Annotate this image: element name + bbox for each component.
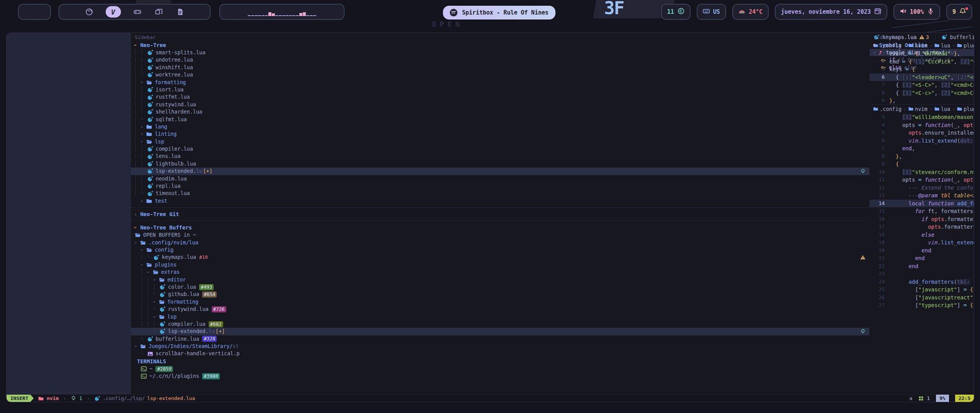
breadcrumb-separator: › xyxy=(929,105,933,113)
module-clock[interactable]: jueves, noviembre 16, 2023 xyxy=(775,4,887,20)
tree-item-config[interactable]: ›config xyxy=(131,246,869,254)
breadcrumb: .config›nvim›lua›plugins›extras›formatti… xyxy=(869,105,974,113)
tree-item-label: test xyxy=(155,197,167,205)
tree-item-lsp-extended.[interactable]: │ │ lsp-extended.lu[+] xyxy=(131,167,869,175)
line-number: 26 xyxy=(869,294,889,302)
clock-label: jueves, noviembre 16, 2023 xyxy=(781,8,871,15)
tree-item-bufferline.lua[interactable]: └ bufferline.lua#328 xyxy=(131,335,869,343)
statusline-badge: 9% xyxy=(936,395,949,402)
section-TERMINALS[interactable]: TERMINALS xyxy=(131,358,869,365)
breadcrumb-item[interactable]: plugins xyxy=(957,105,974,113)
spotify-icon xyxy=(450,9,457,16)
tree-item-compiler.lua[interactable]: │ │ │ compiler.lua#682 xyxy=(131,320,869,328)
tree-item-color.lua[interactable]: │ │ │ color.lua#493 xyxy=(131,283,869,291)
section-Neo-Tree Git[interactable]: ›Neo-Tree Git xyxy=(131,210,869,218)
tree-item-formatting[interactable]: │ ›formatting xyxy=(131,79,869,86)
tree-item-lang[interactable]: │ ›lang xyxy=(131,123,869,130)
tree-item-.config/nvim/lua[interactable]: ›.config/nvim/lua xyxy=(131,239,869,246)
tree-item-neodim.lua[interactable]: │ │ neodim.lua xyxy=(131,175,869,182)
cwd-indicator[interactable]: nvim xyxy=(38,395,59,401)
workspace-vim[interactable]: V xyxy=(106,6,121,18)
tree-item-compiler.lua[interactable]: │ │ compiler.lua xyxy=(131,145,869,153)
folder-open-icon xyxy=(159,277,165,283)
line-number: 16 xyxy=(869,215,889,223)
statusline-item: a xyxy=(909,395,912,401)
lua-icon xyxy=(160,328,166,334)
breadcrumb-item[interactable]: lua xyxy=(934,105,950,113)
tree-item-extras[interactable]: │ ›extras xyxy=(131,268,869,276)
section-Neo-Tree[interactable]: ›Neo-Tree xyxy=(131,41,869,49)
workspace-document[interactable] xyxy=(175,7,185,17)
current-file[interactable]: .config/…/lsp/lsp-extended.lua xyxy=(95,395,195,401)
breadcrumb-separator: › xyxy=(952,41,956,50)
firefox-icon xyxy=(85,8,93,16)
breadcrumb-item[interactable]: .config xyxy=(873,105,902,113)
tree-item-smart-splits.lua[interactable]: │ │ smart-splits.lua xyxy=(131,49,869,56)
visualizer-bars xyxy=(248,8,316,16)
code-line: 12 --- Extend the conform plugin config … xyxy=(869,184,974,192)
tree-item-isort.lua[interactable]: │ │ isort.lua xyxy=(131,86,869,93)
tree-item-~[interactable]: ~#2859 xyxy=(131,365,869,372)
tree-item-lsp-extended.[interactable]: │ │ └ lsp-extended.lu[+] xyxy=(131,328,869,335)
tree-item-formatting[interactable]: │ │ ›formatting xyxy=(131,298,869,306)
tree-item-label: lsp xyxy=(167,313,176,320)
tree-item-test[interactable]: ›test xyxy=(131,197,869,205)
music-player-pill[interactable]: Spiritbox - Rule Of Nines xyxy=(443,6,555,20)
tree-item-linting[interactable]: │ ›linting xyxy=(131,130,869,138)
breadcrumb-item[interactable]: nvim xyxy=(908,105,928,113)
tree-item-~/.c/n/l/plugins[interactable]: ~/.c/n/l/plugins#3980 xyxy=(131,372,869,380)
tree-item-lsp[interactable]: │ ›lsp xyxy=(131,138,869,145)
copyright-icon xyxy=(678,8,684,16)
line-number: 23 xyxy=(869,270,889,278)
tree-item-shellharden.lua[interactable]: │ │ shellharden.lua xyxy=(131,108,869,115)
chevron-down-icon: › xyxy=(138,263,145,266)
module-updates[interactable]: 11 xyxy=(661,4,691,20)
tree-item-rustfmt.lua[interactable]: │ │ rustfmt.lua xyxy=(131,93,869,101)
mode-indicator: INSERT xyxy=(7,395,34,402)
tree-item-scrollbar-handle-vertical.p[interactable]: └ scrollbar-handle-vertical.p xyxy=(131,350,869,357)
tree-item-worktree.lua[interactable]: │ └ worktree.lua xyxy=(131,71,869,78)
tree-item-label: compiler.lua xyxy=(168,320,206,328)
module-notifications[interactable]: 9 xyxy=(946,4,972,20)
tree-item-sqlfmt.lua[interactable]: │ └ sqlfmt.lua xyxy=(131,116,869,123)
chevron-down-icon: › xyxy=(150,300,158,303)
tree-item-lightbulb.lua[interactable]: │ │ lightbulb.lua xyxy=(131,160,869,167)
grid-icon xyxy=(918,396,924,401)
breadcrumb-item[interactable]: lua xyxy=(934,41,950,50)
tree-item-lsp[interactable]: │ │ ›lsp xyxy=(131,313,869,320)
tree-item-timeout.lua[interactable]: │ └ timeout.lua xyxy=(131,190,869,197)
tree-item-OPEN BUFFERS in ~[interactable]: OPEN BUFFERS in ~ xyxy=(131,231,869,239)
tree-item-winshift.lua[interactable]: │ │ winshift.lua xyxy=(131,64,869,71)
section-Neo-Tree Buffers[interactable]: ›Neo-Tree Buffers xyxy=(131,224,869,231)
workspace-windows[interactable] xyxy=(154,7,164,17)
warning-icon xyxy=(860,255,866,260)
tree-item-editor[interactable]: │ │ ›editor xyxy=(131,276,869,283)
tree-item-plugins[interactable]: ›plugins xyxy=(131,261,869,268)
line-number: 19 xyxy=(869,239,889,247)
tree-item-rustywind.lua[interactable]: │ │ rustywind.lua xyxy=(131,101,869,108)
code-line: 20 end xyxy=(869,247,974,255)
code-line: 9}, xyxy=(869,97,974,105)
v-separator xyxy=(131,33,131,394)
folder-open-icon xyxy=(146,139,153,145)
tree-item-rustywind.lua[interactable]: │ │ └ rustywind.lua#726 xyxy=(131,306,869,313)
tree-item-label: timeout.lua xyxy=(156,190,190,197)
tree-item-Juegos/Indies/SteamLibrary/[interactable]: ›Juegos/Indies/SteamLibrary/st xyxy=(131,343,869,350)
window-count: 1 xyxy=(918,395,930,401)
section-title: Neo-Tree Buffers xyxy=(140,224,192,231)
editor-window: Sidebar ›Neo-Tree│ │ smart-splits.lua│ │… xyxy=(6,33,974,402)
tree-item-repl.lua[interactable]: │ │ repl.lua xyxy=(131,182,869,190)
module-volume[interactable]: 100% xyxy=(893,4,940,20)
workspace-controller[interactable] xyxy=(132,7,142,17)
audio-visualizer xyxy=(219,4,345,20)
tree-item-keymaps.lua[interactable]: │ └ keymaps.lua#10 xyxy=(131,254,869,261)
workspace-firefox[interactable] xyxy=(84,7,94,17)
module-keyboard-layout[interactable]: US xyxy=(697,4,726,20)
breadcrumb-item[interactable]: plugins xyxy=(957,41,974,50)
module-weather[interactable]: 24°C xyxy=(732,4,769,20)
tree-item-lens.lua[interactable]: │ │ lens.lua xyxy=(131,153,869,160)
breadcrumb-item[interactable]: nvim xyxy=(908,41,928,50)
tree-item-github.lua[interactable]: │ │ └ github.lua#654 xyxy=(131,291,869,298)
launcher-button[interactable] xyxy=(18,4,51,20)
tree-item-undotree.lua[interactable]: │ │ undotree.lua xyxy=(131,56,869,63)
